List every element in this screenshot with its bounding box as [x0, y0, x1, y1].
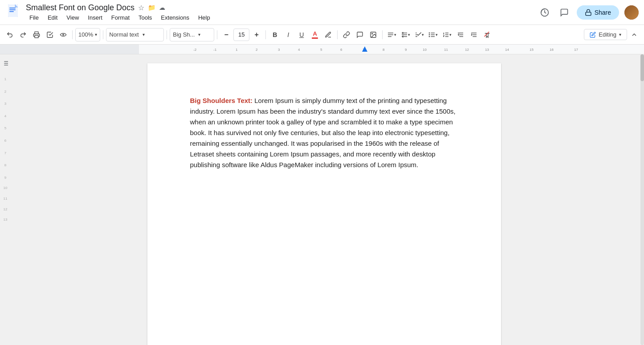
svg-point-26 [429, 36, 430, 37]
menu-insert[interactable]: Insert [84, 13, 106, 22]
line-spacing-button[interactable]: ▾ [399, 28, 412, 41]
spellcheck-button[interactable] [44, 28, 56, 41]
zoom-arrow-icon: ▾ [95, 32, 97, 37]
clear-formatting-button[interactable] [481, 28, 493, 41]
indent-decrease-button[interactable] [454, 28, 467, 41]
checklist-button[interactable]: ▾ [413, 28, 426, 41]
ruler-content: -2 -1 1 2 3 4 5 6 7 8 9 10 11 12 13 14 1… [139, 45, 644, 54]
doc-meta: Smallest Font on Google Docs ☆ 📁 ☁ File … [26, 3, 538, 22]
doc-scroll-area[interactable]: Big Shoulders Text: Lorem Ipsum is simpl… [11, 54, 637, 345]
italic-button[interactable]: I [282, 28, 294, 41]
folder-icon[interactable]: 📁 [148, 4, 155, 11]
zoom-value: 100% [78, 31, 93, 38]
divider-2 [103, 30, 103, 39]
menu-extensions[interactable]: Extensions [157, 13, 193, 22]
scrollbar-thumb[interactable] [640, 54, 644, 81]
menu-file[interactable]: File [26, 13, 42, 22]
underline-label: U [299, 31, 304, 38]
comments-icon[interactable] [557, 5, 571, 20]
menu-tools[interactable]: Tools [135, 13, 155, 22]
left-ruler: 123 45 67 89 1011 1213 [4, 77, 8, 222]
font-select[interactable]: Big Sh... ▾ [170, 28, 214, 41]
indent-increase-button[interactable] [468, 28, 480, 41]
outline-icon[interactable] [2, 60, 9, 68]
font-arrow-icon: ▾ [198, 32, 200, 37]
italic-label: I [287, 31, 289, 38]
menu-help[interactable]: Help [195, 13, 214, 22]
editing-mode-button[interactable]: Editing ▾ [584, 29, 627, 40]
svg-text:9: 9 [405, 48, 407, 52]
alignment-button[interactable]: ▾ [385, 28, 398, 41]
bullet-list-button[interactable]: ▾ [427, 28, 440, 41]
svg-rect-5 [9, 11, 14, 12]
svg-rect-4 [9, 9, 16, 10]
svg-text:4: 4 [298, 48, 300, 52]
svg-text:1: 1 [236, 48, 238, 52]
avatar[interactable] [624, 5, 639, 20]
menu-format[interactable]: Format [108, 13, 133, 22]
main-area: 123 45 67 89 1011 1213 Big Shoulders Tex… [0, 54, 644, 345]
divider-3 [167, 30, 167, 39]
divider-7 [382, 30, 383, 39]
ruler-left-margin [0, 45, 139, 54]
style-arrow-icon: ▾ [143, 32, 145, 37]
left-sidebar: 123 45 67 89 1011 1213 [0, 54, 11, 345]
bold-button[interactable]: B [269, 28, 281, 41]
svg-point-9 [63, 34, 64, 35]
star-icon[interactable]: ☆ [138, 4, 144, 12]
redo-button[interactable] [17, 28, 29, 41]
svg-point-11 [372, 33, 373, 34]
bold-label: B [273, 31, 277, 38]
paint-format-button[interactable] [57, 28, 69, 41]
menu-edit[interactable]: Edit [44, 13, 61, 22]
doc-paragraph[interactable]: Big Shoulders Text: Lorem Ipsum is simpl… [190, 95, 458, 170]
text-color-button[interactable]: A [309, 28, 321, 41]
font-size-decrease-button[interactable]: − [220, 28, 232, 41]
top-right: Share [538, 5, 639, 20]
svg-text:-1: -1 [213, 48, 217, 52]
svg-text:10: 10 [423, 48, 427, 52]
svg-text:6: 6 [340, 48, 342, 52]
comment-inline-button[interactable] [354, 28, 366, 41]
collapse-toolbar-button[interactable] [628, 29, 640, 41]
font-size-input[interactable]: 15 [233, 29, 249, 41]
history-icon[interactable] [538, 5, 552, 20]
doc-page: Big Shoulders Text: Lorem Ipsum is simpl… [147, 63, 501, 345]
svg-text:-2: -2 [193, 48, 197, 52]
divider-4 [217, 30, 217, 39]
link-button[interactable] [340, 28, 353, 41]
svg-text:13: 13 [485, 48, 489, 52]
doc-title-icons: ☆ 📁 ☁ [138, 4, 165, 12]
top-bar: Smallest Font on Google Docs ☆ 📁 ☁ File … [0, 0, 644, 25]
svg-rect-8 [35, 35, 38, 37]
right-scrollbar-area[interactable] [637, 54, 644, 345]
svg-text:16: 16 [550, 48, 554, 52]
numbered-list-button[interactable]: ▾ [440, 28, 453, 41]
print-button[interactable] [30, 28, 43, 41]
svg-text:11: 11 [444, 48, 448, 52]
cloud-icon[interactable]: ☁ [159, 4, 165, 11]
underline-button[interactable]: U [295, 28, 308, 41]
svg-text:2: 2 [256, 48, 258, 52]
image-button[interactable] [367, 28, 379, 41]
svg-point-25 [429, 34, 430, 35]
svg-text:8: 8 [383, 48, 385, 52]
divider-1 [72, 30, 73, 39]
undo-button[interactable] [4, 28, 16, 41]
font-value: Big Sh... [173, 31, 195, 38]
divider-6 [337, 30, 338, 39]
scrollbar-track [640, 54, 644, 345]
font-size-increase-button[interactable]: + [250, 28, 263, 41]
text-style-select[interactable]: Normal text ▾ [106, 28, 164, 41]
doc-title: Smallest Font on Google Docs [26, 3, 135, 12]
text-style-value: Normal text [109, 31, 139, 38]
svg-rect-7 [586, 12, 591, 15]
doc-bold-red-text: Big Shoulders Text: [190, 97, 253, 104]
divider-5 [265, 30, 266, 39]
menu-view[interactable]: View [63, 13, 82, 22]
zoom-select[interactable]: 100% ▾ [75, 28, 100, 41]
share-button[interactable]: Share [577, 5, 619, 20]
editing-arrow-icon: ▾ [619, 32, 621, 37]
svg-text:17: 17 [574, 48, 578, 52]
highlight-button[interactable] [322, 28, 334, 41]
